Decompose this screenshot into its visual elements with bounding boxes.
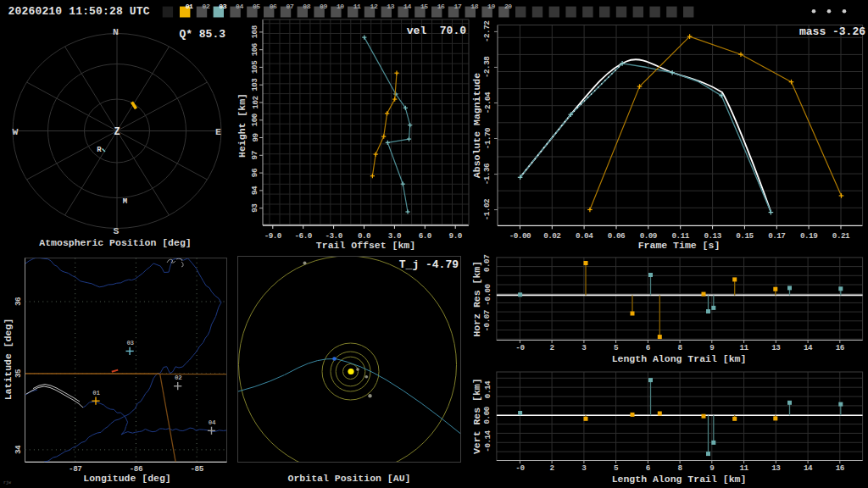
svg-text:-0.00: -0.00 (509, 231, 531, 241)
svg-text:13: 13 (387, 3, 394, 10)
svg-text:0.07: 0.07 (483, 255, 492, 272)
svg-text:Longitude [deg]: Longitude [deg] (83, 473, 171, 484)
svg-text:5: 5 (614, 463, 619, 473)
svg-text:13: 13 (771, 463, 781, 473)
svg-text:96: 96 (251, 168, 260, 177)
svg-text:Length Along Trail [km]: Length Along Trail [km] (612, 353, 747, 364)
svg-text:-85: -85 (190, 464, 203, 474)
svg-text:Vert Res [km]: Vert Res [km] (472, 378, 483, 454)
svg-text:-2.38: -2.38 (483, 56, 492, 78)
svg-text:105: 105 (251, 60, 260, 74)
svg-text:16: 16 (836, 343, 845, 352)
svg-text:03: 03 (219, 3, 226, 10)
svg-text:06: 06 (270, 3, 277, 10)
svg-text:2: 2 (550, 343, 555, 352)
svg-text:-1.02: -1.02 (483, 198, 492, 220)
svg-text:-0.07: -0.07 (483, 310, 492, 331)
svg-text:18: 18 (470, 3, 478, 10)
svg-text:Absolute Magnitude: Absolute Magnitude (471, 73, 482, 178)
svg-text:rjw: rjw (3, 480, 11, 485)
svg-text:08: 08 (303, 3, 310, 10)
svg-text:9: 9 (709, 463, 715, 473)
svg-text:Z: Z (114, 126, 120, 138)
svg-text:0.04: 0.04 (576, 231, 593, 241)
svg-text:-1.36: -1.36 (483, 163, 492, 185)
svg-text:-2.72: -2.72 (483, 20, 492, 42)
svg-text:102: 102 (251, 95, 260, 108)
svg-text:-0: -0 (515, 343, 525, 352)
svg-text:5: 5 (614, 343, 619, 352)
svg-text:T_j -4.79: T_j -4.79 (399, 258, 459, 271)
svg-text:103: 103 (251, 78, 260, 92)
svg-text:34: 34 (14, 445, 23, 454)
svg-text:108: 108 (251, 25, 260, 38)
svg-text:05: 05 (253, 3, 260, 10)
svg-text:93: 93 (251, 203, 260, 213)
svg-text:E: E (215, 126, 221, 137)
svg-text:11: 11 (740, 343, 749, 352)
svg-text:20: 20 (504, 3, 512, 10)
svg-text:94: 94 (251, 186, 260, 195)
svg-text:vel 70.0: vel 70.0 (407, 25, 466, 37)
svg-text:-0.14: -0.14 (483, 430, 492, 452)
svg-text:0.15: 0.15 (736, 231, 754, 241)
svg-text:13: 13 (771, 343, 781, 352)
svg-text:Orbital Position [AU]: Orbital Position [AU] (288, 473, 411, 484)
svg-text:-9.0: -9.0 (264, 231, 282, 241)
svg-text:03: 03 (126, 340, 134, 347)
svg-text:N: N (113, 26, 119, 37)
svg-text:36: 36 (14, 297, 23, 306)
svg-text:09: 09 (320, 3, 327, 10)
svg-text:0.21: 0.21 (832, 231, 850, 241)
svg-text:17: 17 (453, 3, 461, 10)
svg-text:12: 12 (370, 3, 377, 10)
svg-text:04: 04 (236, 3, 243, 10)
svg-text:S: S (114, 225, 120, 236)
svg-text:14: 14 (804, 463, 813, 473)
svg-text:-6.0: -6.0 (295, 231, 313, 241)
svg-text:0.02: 0.02 (543, 231, 561, 241)
svg-text:Trail Offset [km]: Trail Offset [km] (316, 240, 415, 251)
svg-text:9.0: 9.0 (449, 231, 463, 241)
svg-text:Q* 85.3: Q* 85.3 (179, 28, 225, 41)
svg-text:6.0: 6.0 (419, 231, 432, 241)
svg-text:-1.70: -1.70 (483, 127, 492, 149)
svg-text:mass -3.26: mass -3.26 (799, 25, 865, 38)
svg-text:0.00: 0.00 (483, 406, 492, 424)
svg-text:0.17: 0.17 (768, 231, 785, 241)
svg-text:-86: -86 (130, 464, 143, 474)
svg-text:0.14: 0.14 (483, 380, 492, 398)
svg-text:0.06: 0.06 (608, 231, 626, 241)
svg-text:M: M (123, 197, 127, 206)
svg-text:Atmospheric Position [deg]: Atmospheric Position [deg] (39, 237, 191, 248)
svg-text:2: 2 (550, 463, 555, 473)
svg-text:02: 02 (202, 3, 209, 10)
svg-text:-0.00: -0.00 (483, 283, 492, 305)
svg-text:0.19: 0.19 (800, 231, 818, 241)
svg-text:01: 01 (92, 390, 100, 396)
svg-text:W: W (13, 126, 19, 137)
svg-text:99: 99 (251, 133, 260, 142)
svg-text:11: 11 (353, 3, 361, 10)
svg-text:16: 16 (437, 3, 445, 10)
svg-text:Length Along Trail [km]: Length Along Trail [km] (612, 474, 747, 485)
svg-text:Latitude [deg]: Latitude [deg] (3, 319, 14, 401)
svg-text:35: 35 (14, 369, 23, 378)
svg-text:02: 02 (175, 374, 182, 381)
svg-text:04: 04 (209, 419, 216, 426)
svg-text:11: 11 (740, 463, 749, 473)
svg-text:106: 106 (251, 42, 260, 56)
svg-text:8: 8 (678, 343, 683, 352)
svg-text:19: 19 (487, 3, 495, 10)
svg-text:-2.04: -2.04 (483, 92, 492, 114)
svg-text:20260210 11:50:28 UTC: 20260210 11:50:28 UTC (8, 5, 150, 18)
svg-text:9: 9 (709, 343, 715, 352)
svg-text:14: 14 (804, 343, 813, 352)
svg-text:01: 01 (186, 3, 193, 10)
svg-text:-87: -87 (69, 464, 81, 474)
svg-text:07: 07 (286, 3, 293, 10)
svg-text:16: 16 (836, 463, 845, 473)
svg-text:14: 14 (403, 3, 411, 10)
svg-text:100: 100 (251, 113, 260, 126)
svg-text:97: 97 (251, 151, 260, 159)
